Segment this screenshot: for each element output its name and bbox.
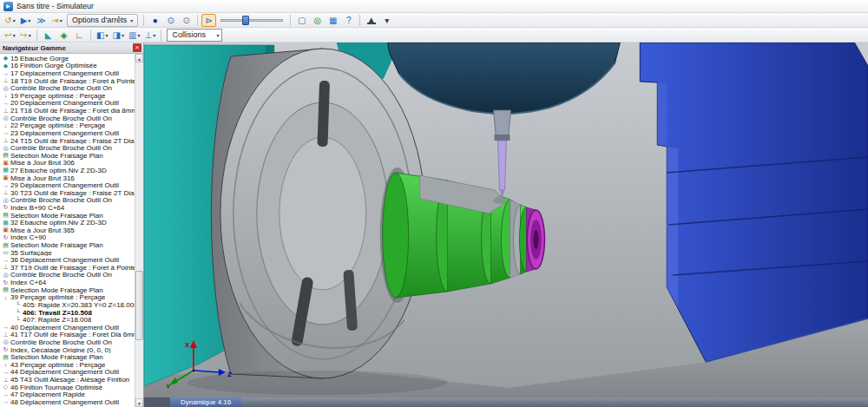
speed-mode-button[interactable]: ⊳ [201, 14, 216, 27]
screen-capture-button[interactable]: ▢ [294, 14, 309, 27]
render-mode-button[interactable]: ● [148, 14, 162, 27]
tree-item[interactable]: ↻Index C+90 [0, 234, 135, 242]
tree-item[interactable]: ◆15 Ebauche Gorge [0, 55, 135, 62]
scroll-up-button[interactable]: ▲ [135, 54, 143, 62]
close-icon[interactable]: × [133, 43, 141, 52]
tool-icon: ⊥ [2, 264, 10, 271]
collisions-combo[interactable]: Collisions▾ [167, 29, 222, 42]
stock-icon: ◣ [45, 30, 52, 41]
update-icon: ▣ [2, 174, 10, 181]
tree-item[interactable]: →17 Déplacement Changement Outil [0, 69, 135, 77]
target-part-button[interactable]: ◈ [56, 29, 71, 42]
tree-item[interactable]: ↻Index B+90 C+64 [0, 204, 135, 212]
scroll-down-button[interactable]: ▼ [135, 398, 143, 407]
tree-item[interactable]: ◎Contrôle Broche Broche Outil On [0, 197, 135, 205]
compare-target-button[interactable]: ◎ [310, 14, 325, 27]
tree-item[interactable]: ▤Selection Mode Fraisage Plan [0, 353, 135, 361]
restart-simulation-button[interactable]: ↺▾ [3, 14, 17, 27]
tree-item-label: Selection Mode Fraisage Plan [10, 212, 103, 220]
tree-item[interactable]: ⊥18 T19 Outil de Fraisage : Foret à Poin… [0, 77, 135, 85]
tree-item[interactable]: ↓43 Perçage optimisé : Perçage [0, 361, 135, 369]
rough-icon: ▦ [2, 167, 10, 174]
tree-item[interactable]: ◆16 Finition Gorge Optimisée [0, 62, 135, 70]
tree-item[interactable]: ⊥30 T23 Outil de Fraisage : Fraise 2T Di… [0, 189, 135, 197]
tree-item-label: 20 Déplacement Changement Outil [10, 100, 119, 108]
tree-item[interactable]: ◎Contrôle Broche Broche Outil On [0, 115, 135, 122]
tree-item[interactable]: ▤Selection Mode Fraisage Plan [0, 286, 135, 294]
tree-item[interactable]: →29 Déplacement Changement Outil [0, 181, 135, 189]
window-titlebar[interactable]: ▶ Sans titre - Simulateur [0, 0, 868, 13]
tree-item[interactable]: →36 Déplacement Changement Outil [0, 256, 135, 264]
run-to-button[interactable]: ⇥▾ [49, 14, 64, 27]
tree-item[interactable]: ⊥21 T18 Outil de Fraisage : Foret dia 8m… [0, 107, 135, 115]
tree-item[interactable]: ◎Contrôle Broche Broche Outil On [0, 144, 135, 152]
tree-item[interactable]: ◎Contrôle Broche Broche Outil On [0, 338, 135, 346]
tree-item[interactable]: →44 Déplacement Changement Outil [0, 369, 135, 377]
update-icon: ▣ [2, 226, 10, 233]
tree-item[interactable]: ◇46 Finition Tournage Optimisé [0, 384, 135, 391]
tree-item[interactable]: ▭35 Surfaçage [0, 249, 135, 257]
tree-item[interactable]: ↓19 Perçage optimisé : Perçage [0, 92, 135, 100]
mode-icon: ▤ [2, 212, 10, 219]
scrollbar-track[interactable] [135, 62, 143, 398]
window-title: Sans titre - Simulateur [16, 2, 94, 10]
measure-button[interactable]: ∟ [72, 29, 87, 42]
speed-slider[interactable] [220, 15, 283, 26]
tree-item[interactable]: ▤Selection Mode Fraisage Plan [0, 241, 135, 249]
tree-item[interactable]: ↻Index C+64 [0, 279, 135, 286]
zoom-fit-button[interactable]: ⊙ [179, 14, 194, 27]
help-button[interactable]: ? [341, 14, 356, 27]
tree-item-label: Contrôle Broche Broche Outil On [10, 84, 112, 92]
viewport-3d-scene[interactable]: X Y Z [144, 43, 868, 397]
tree-item[interactable]: ⊥37 T19 Outil de Fraisage : Foret à Poin… [0, 264, 135, 272]
tree-item[interactable]: └406: Travail Z=10.508 [0, 309, 135, 317]
tree-item[interactable]: →20 Déplacement Changement Outil [0, 100, 135, 108]
stop-options-button[interactable]: Options d'arrêts▾ [67, 14, 138, 27]
zoom-window-button[interactable]: ⊙ [163, 14, 178, 27]
redo-view-button[interactable]: ↪▾ [18, 29, 33, 42]
slider-thumb[interactable] [242, 16, 249, 25]
tree-item[interactable]: ⊥24 T15 Outil de Fraisage : Fraise 2T Di… [0, 137, 135, 145]
tree-item[interactable]: ⊥45 T43 Outil Alésage : Alésage Finition [0, 376, 135, 384]
tree-item[interactable]: ▣Mise à Jour Brut 365 [0, 226, 135, 234]
fast-forward-button[interactable]: ≫ [34, 14, 49, 27]
section-button[interactable]: ◧▾ [95, 29, 109, 42]
save-button[interactable]: ▦ [326, 14, 340, 27]
spindle-icon: ◎ [2, 272, 10, 279]
tool-display-button[interactable]: ⊥▾ [142, 29, 157, 42]
tree-scrollbar[interactable]: ▲ ▼ [135, 54, 143, 407]
tree-item[interactable]: └405: Rapide X=20.383 Y=0 Z=18.008 [0, 301, 135, 309]
tree-item[interactable]: →40 Déplacement Changement Outil [0, 324, 135, 332]
tree-item[interactable]: ▤Selection Mode Fraisage Plan [0, 212, 135, 220]
tree-item[interactable]: ↓39 Perçage optimisé : Perçage [0, 294, 135, 302]
tree-item[interactable]: ↓22 Perçage optimisé : Perçage [0, 121, 135, 129]
report-button[interactable]: ▥▾ [127, 29, 141, 42]
more-tools-button[interactable]: ▾ [379, 14, 394, 27]
move-icon: → [2, 100, 10, 107]
tree-item[interactable]: ▦27 Ebauche optim.Niv Z 2D-3D [0, 167, 135, 174]
eject-button[interactable]: ▲ [364, 14, 378, 27]
analysis-button[interactable]: ◨▾ [110, 29, 125, 42]
update-icon: ▣ [2, 160, 10, 167]
tree-item[interactable]: ◎Contrôle Broche Broche Outil On [0, 84, 135, 92]
tree-item[interactable]: →23 Déplacement Changement Outil [0, 129, 135, 137]
stock-compare-button[interactable]: ◣ [41, 29, 56, 42]
tree-item-label: Index C+64 [10, 279, 46, 286]
tree-item[interactable]: ▤Selection Mode Fraisage Plan [0, 152, 135, 160]
play-simulation-button[interactable]: ▶▾ [18, 14, 33, 27]
tree-item[interactable]: ▣Mise à Jour Brut 316 [0, 174, 135, 182]
tree-item[interactable]: ↻Index, Décalage Origine (0, 0, 0) [0, 346, 135, 354]
scrollbar-thumb[interactable] [135, 271, 143, 340]
tool-icon: ⊥ [2, 332, 10, 338]
tree-item[interactable]: →48 Déplacement Changement Outil [0, 398, 135, 406]
tool-icon: ⊥ [2, 108, 10, 115]
tree-item[interactable]: →47 Déplacement Rapide [0, 391, 135, 398]
drill-icon: ↓ [2, 361, 10, 368]
tree-item[interactable]: ⊥41 T17 Outil de Fraisage : Foret Dia 6m… [0, 332, 135, 339]
tree-item[interactable]: ▣Mise à Jour Brut 306 [0, 160, 135, 167]
tree-item[interactable]: └407: Rapide Z=18.008 [0, 316, 135, 324]
tree-item[interactable]: ▦32 Ebauche optim.Niv Z 2D-3D [0, 219, 135, 226]
undo-view-button[interactable]: ↩▾ [3, 29, 17, 42]
tree-item-label: 23 Déplacement Changement Outil [10, 129, 119, 137]
tree-item[interactable]: ◎Contrôle Broche Broche Outil On [0, 272, 135, 279]
